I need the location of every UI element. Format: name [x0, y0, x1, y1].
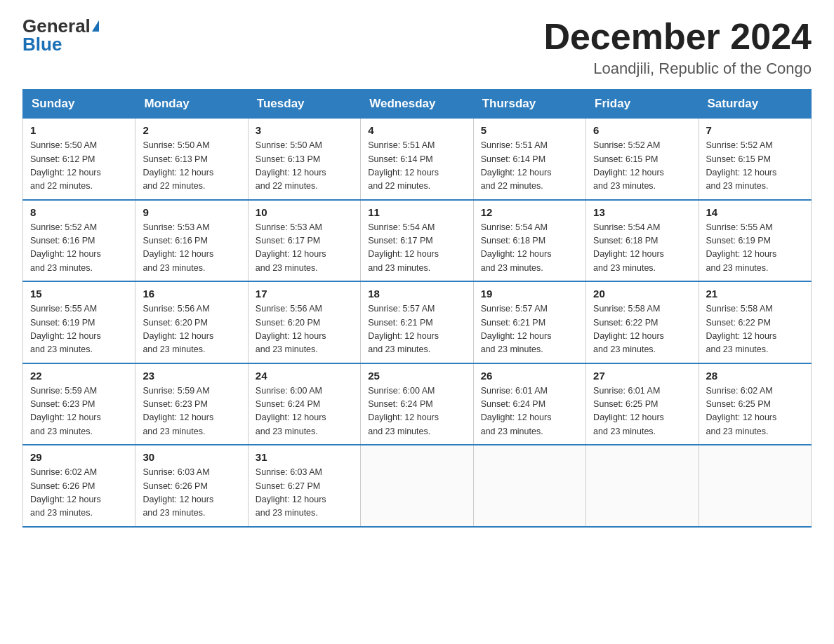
col-monday: Monday — [135, 90, 248, 119]
calendar-table: Sunday Monday Tuesday Wednesday Thursday… — [22, 89, 812, 528]
calendar-day-cell: 4Sunrise: 5:51 AMSunset: 6:14 PMDaylight… — [361, 119, 473, 200]
day-number: 8 — [30, 206, 128, 218]
calendar-day-cell: 17Sunrise: 5:56 AMSunset: 6:20 PMDayligh… — [248, 281, 360, 363]
day-number: 7 — [706, 124, 804, 136]
calendar-day-cell: 28Sunrise: 6:02 AMSunset: 6:25 PMDayligh… — [699, 363, 811, 445]
day-info: Sunrise: 5:55 AMSunset: 6:19 PMDaylight:… — [30, 302, 128, 357]
day-info: Sunrise: 5:57 AMSunset: 6:21 PMDaylight:… — [481, 302, 578, 357]
day-number: 10 — [256, 206, 353, 218]
day-info: Sunrise: 5:53 AMSunset: 6:16 PMDaylight:… — [143, 221, 240, 276]
calendar-day-cell: 9Sunrise: 5:53 AMSunset: 6:16 PMDaylight… — [135, 200, 248, 282]
day-number: 23 — [143, 370, 240, 382]
day-number: 31 — [256, 451, 353, 463]
day-info: Sunrise: 5:52 AMSunset: 6:15 PMDaylight:… — [706, 139, 804, 194]
day-info: Sunrise: 5:56 AMSunset: 6:20 PMDaylight:… — [256, 302, 353, 357]
calendar-day-cell: 3Sunrise: 5:50 AMSunset: 6:13 PMDaylight… — [248, 119, 360, 200]
day-number: 29 — [30, 451, 128, 463]
calendar-day-cell: 27Sunrise: 6:01 AMSunset: 6:25 PMDayligh… — [586, 363, 699, 445]
day-info: Sunrise: 5:59 AMSunset: 6:23 PMDaylight:… — [30, 384, 128, 439]
calendar-day-cell: 15Sunrise: 5:55 AMSunset: 6:19 PMDayligh… — [23, 281, 135, 363]
day-info: Sunrise: 6:00 AMSunset: 6:24 PMDaylight:… — [368, 384, 465, 439]
day-info: Sunrise: 5:53 AMSunset: 6:17 PMDaylight:… — [256, 221, 353, 276]
day-info: Sunrise: 5:59 AMSunset: 6:23 PMDaylight:… — [143, 384, 240, 439]
location-title: Loandjili, Republic of the Congo — [543, 60, 812, 78]
calendar-day-cell: 2Sunrise: 5:50 AMSunset: 6:13 PMDaylight… — [135, 119, 248, 200]
calendar-day-cell: 19Sunrise: 5:57 AMSunset: 6:21 PMDayligh… — [473, 281, 585, 363]
calendar-day-cell: 20Sunrise: 5:58 AMSunset: 6:22 PMDayligh… — [586, 281, 699, 363]
calendar-day-cell: 1Sunrise: 5:50 AMSunset: 6:12 PMDaylight… — [23, 119, 135, 200]
day-info: Sunrise: 6:01 AMSunset: 6:25 PMDaylight:… — [593, 384, 691, 439]
calendar-day-cell: 11Sunrise: 5:54 AMSunset: 6:17 PMDayligh… — [361, 200, 473, 282]
calendar-week-row: 29Sunrise: 6:02 AMSunset: 6:26 PMDayligh… — [23, 445, 812, 527]
calendar-day-cell: 5Sunrise: 5:51 AMSunset: 6:14 PMDaylight… — [473, 119, 585, 200]
day-number: 30 — [143, 451, 240, 463]
col-tuesday: Tuesday — [248, 90, 360, 119]
day-info: Sunrise: 5:50 AMSunset: 6:12 PMDaylight:… — [30, 139, 128, 194]
calendar-day-cell: 21Sunrise: 5:58 AMSunset: 6:22 PMDayligh… — [699, 281, 811, 363]
calendar-week-row: 15Sunrise: 5:55 AMSunset: 6:19 PMDayligh… — [23, 281, 812, 363]
day-number: 21 — [706, 288, 804, 300]
calendar-day-cell: 13Sunrise: 5:54 AMSunset: 6:18 PMDayligh… — [586, 200, 699, 282]
day-number: 22 — [30, 370, 128, 382]
calendar-day-cell: 31Sunrise: 6:03 AMSunset: 6:27 PMDayligh… — [248, 445, 360, 527]
logo-general-text: General — [22, 17, 91, 35]
calendar-day-cell: 24Sunrise: 6:00 AMSunset: 6:24 PMDayligh… — [248, 363, 360, 445]
calendar-week-row: 8Sunrise: 5:52 AMSunset: 6:16 PMDaylight… — [23, 200, 812, 282]
col-sunday: Sunday — [23, 90, 135, 119]
calendar-day-cell: 12Sunrise: 5:54 AMSunset: 6:18 PMDayligh… — [473, 200, 585, 282]
day-number: 20 — [593, 288, 691, 300]
day-number: 13 — [593, 206, 691, 218]
calendar-week-row: 22Sunrise: 5:59 AMSunset: 6:23 PMDayligh… — [23, 363, 812, 445]
calendar-header: Sunday Monday Tuesday Wednesday Thursday… — [23, 90, 812, 119]
logo-blue-text: Blue — [22, 35, 62, 53]
day-info: Sunrise: 5:51 AMSunset: 6:14 PMDaylight:… — [481, 139, 578, 194]
day-info: Sunrise: 6:03 AMSunset: 6:26 PMDaylight:… — [143, 466, 240, 521]
col-friday: Friday — [586, 90, 699, 119]
day-info: Sunrise: 6:03 AMSunset: 6:27 PMDaylight:… — [256, 466, 353, 521]
day-info: Sunrise: 5:51 AMSunset: 6:14 PMDaylight:… — [368, 139, 465, 194]
calendar-day-cell: 22Sunrise: 5:59 AMSunset: 6:23 PMDayligh… — [23, 363, 135, 445]
day-info: Sunrise: 5:50 AMSunset: 6:13 PMDaylight:… — [143, 139, 240, 194]
col-wednesday: Wednesday — [361, 90, 473, 119]
day-info: Sunrise: 6:01 AMSunset: 6:24 PMDaylight:… — [481, 384, 578, 439]
calendar-day-cell: 14Sunrise: 5:55 AMSunset: 6:19 PMDayligh… — [699, 200, 811, 282]
calendar-week-row: 1Sunrise: 5:50 AMSunset: 6:12 PMDaylight… — [23, 119, 812, 200]
day-info: Sunrise: 5:52 AMSunset: 6:16 PMDaylight:… — [30, 221, 128, 276]
calendar-day-cell: 8Sunrise: 5:52 AMSunset: 6:16 PMDaylight… — [23, 200, 135, 282]
day-info: Sunrise: 5:52 AMSunset: 6:15 PMDaylight:… — [593, 139, 691, 194]
page-header: General Blue December 2024 Loandjili, Re… — [22, 17, 812, 78]
day-info: Sunrise: 6:02 AMSunset: 6:26 PMDaylight:… — [30, 466, 128, 521]
calendar-day-cell: 7Sunrise: 5:52 AMSunset: 6:15 PMDaylight… — [699, 119, 811, 200]
day-info: Sunrise: 6:02 AMSunset: 6:25 PMDaylight:… — [706, 384, 804, 439]
calendar-day-cell: 18Sunrise: 5:57 AMSunset: 6:21 PMDayligh… — [361, 281, 473, 363]
calendar-day-cell: 16Sunrise: 5:56 AMSunset: 6:20 PMDayligh… — [135, 281, 248, 363]
day-info: Sunrise: 5:54 AMSunset: 6:17 PMDaylight:… — [368, 221, 465, 276]
logo-triangle-icon — [92, 20, 99, 32]
day-number: 25 — [368, 370, 465, 382]
day-number: 24 — [256, 370, 353, 382]
day-info: Sunrise: 5:58 AMSunset: 6:22 PMDaylight:… — [706, 302, 804, 357]
day-number: 3 — [256, 124, 353, 136]
day-number: 16 — [143, 288, 240, 300]
calendar-day-cell: 26Sunrise: 6:01 AMSunset: 6:24 PMDayligh… — [473, 363, 585, 445]
month-title: December 2024 — [543, 17, 812, 57]
day-number: 9 — [143, 206, 240, 218]
day-number: 17 — [256, 288, 353, 300]
day-number: 19 — [481, 288, 578, 300]
day-number: 14 — [706, 206, 804, 218]
day-info: Sunrise: 5:56 AMSunset: 6:20 PMDaylight:… — [143, 302, 240, 357]
day-number: 4 — [368, 124, 465, 136]
calendar-day-cell: 29Sunrise: 6:02 AMSunset: 6:26 PMDayligh… — [23, 445, 135, 527]
day-number: 15 — [30, 288, 128, 300]
day-info: Sunrise: 5:55 AMSunset: 6:19 PMDaylight:… — [706, 221, 804, 276]
header-row: Sunday Monday Tuesday Wednesday Thursday… — [23, 90, 812, 119]
calendar-day-cell: 30Sunrise: 6:03 AMSunset: 6:26 PMDayligh… — [135, 445, 248, 527]
calendar-day-cell — [361, 445, 473, 527]
day-number: 5 — [481, 124, 578, 136]
day-info: Sunrise: 6:00 AMSunset: 6:24 PMDaylight:… — [256, 384, 353, 439]
day-number: 26 — [481, 370, 578, 382]
calendar-day-cell — [473, 445, 585, 527]
day-number: 11 — [368, 206, 465, 218]
day-number: 18 — [368, 288, 465, 300]
day-number: 1 — [30, 124, 128, 136]
